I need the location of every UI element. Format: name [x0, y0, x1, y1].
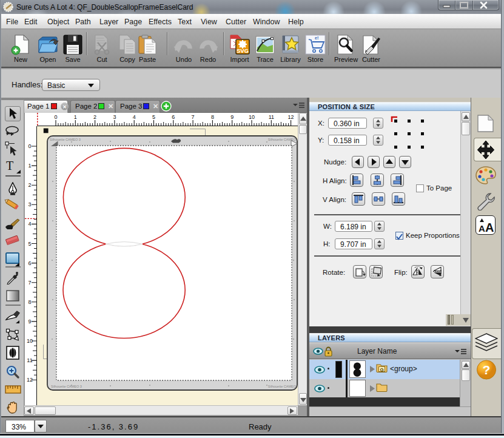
- svg-text:A: A: [479, 223, 485, 234]
- svg-text:8: 8: [28, 299, 31, 305]
- svg-text:3: 3: [113, 114, 116, 120]
- svg-text:6: 6: [28, 260, 31, 266]
- svg-text:9: 9: [28, 318, 31, 325]
- svg-text:1: 1: [28, 163, 31, 169]
- svg-text:7: 7: [192, 114, 195, 120]
- svg-text:e!: e!: [315, 36, 318, 40]
- svg-text:Silhouette CAMEO 3: Silhouette CAMEO 3: [51, 385, 82, 388]
- svg-text:5: 5: [28, 241, 31, 247]
- svg-text:Silhouette CAMEO: Silhouette CAMEO: [268, 385, 297, 388]
- svg-text:5: 5: [152, 114, 155, 120]
- svg-text:0: 0: [54, 114, 57, 120]
- svg-text:?: ?: [483, 363, 491, 377]
- svg-text:12: 12: [288, 114, 294, 120]
- svg-text:7: 7: [28, 280, 31, 286]
- svg-text:0: 0: [28, 143, 31, 149]
- svg-text:10: 10: [249, 114, 255, 120]
- svg-text:11: 11: [269, 114, 274, 120]
- svg-text:9: 9: [230, 114, 234, 120]
- svg-text:SVG: SVG: [237, 47, 249, 54]
- svg-text:8: 8: [211, 114, 214, 120]
- svg-text:2: 2: [28, 182, 31, 188]
- svg-text:Silhouette CAMEO 3: Silhouette CAMEO 3: [50, 138, 81, 141]
- svg-text:6: 6: [172, 114, 175, 120]
- svg-text:2: 2: [93, 114, 96, 120]
- svg-text:4: 4: [133, 114, 136, 120]
- svg-text:3: 3: [28, 201, 31, 207]
- svg-text:4: 4: [28, 221, 31, 227]
- svg-text:1: 1: [74, 114, 77, 120]
- svg-text:A: A: [485, 221, 494, 234]
- svg-text:G: G: [380, 367, 383, 372]
